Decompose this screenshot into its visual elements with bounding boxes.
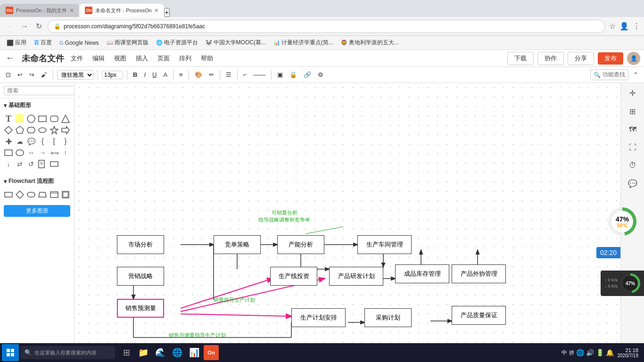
sidebar-search-input[interactable]	[4, 86, 74, 95]
node-rd-plan[interactable]: 产品研发计划	[329, 267, 383, 286]
zoom-fit-button[interactable]: ⊞	[627, 105, 637, 118]
shape-bracket-left[interactable]: [	[50, 137, 59, 146]
node-strategy[interactable]: 竞单策略	[214, 235, 261, 254]
shape-arrows[interactable]: ⟺	[50, 148, 59, 157]
notification-icon[interactable]: 🔔	[606, 349, 614, 356]
collaborate-button[interactable]: 协作	[537, 52, 564, 65]
shape-rect-3[interactable]	[50, 159, 59, 169]
full-screen-button[interactable]: ⛶	[627, 141, 638, 154]
shape-cycle[interactable]: ↺	[26, 159, 36, 169]
shape-cloud[interactable]: ☁	[15, 137, 25, 146]
fit-button[interactable]: ⊡	[4, 70, 13, 79]
menu-help[interactable]: 帮助	[196, 53, 218, 64]
menu-file[interactable]: 文件	[66, 53, 88, 64]
undo-button[interactable]: ↩	[16, 70, 25, 79]
shape-pentagon[interactable]	[15, 125, 25, 135]
menu-button[interactable]: ⋮	[633, 22, 640, 31]
text-align-button[interactable]: ☰	[224, 70, 233, 79]
menu-page[interactable]: 页面	[153, 53, 174, 64]
shape-triangle[interactable]	[61, 114, 70, 123]
line-color-button[interactable]: ✏	[207, 70, 216, 79]
node-marketing[interactable]: 营销战略	[117, 267, 164, 286]
node-purchase-plan[interactable]: 采购计划	[364, 308, 412, 327]
fc-rounded[interactable]	[26, 190, 36, 199]
group-button[interactable]: ▣	[275, 70, 285, 79]
shape-arrow-right[interactable]	[61, 125, 70, 135]
address-bar[interactable]: 🔒 processon.com/diagraming/5f02d7b663768…	[48, 20, 605, 33]
shape-rounded-rect[interactable]	[50, 114, 59, 123]
shape-rect[interactable]	[38, 114, 47, 123]
section-basic-shapes[interactable]: ▾ 基础图形	[0, 99, 74, 112]
node-market-analysis[interactable]: 市场分析	[117, 235, 164, 254]
shape-hexagon[interactable]	[26, 125, 36, 135]
tab-active[interactable]: On 未命名文件 - ProcessOn ×	[79, 4, 164, 17]
font-size-input[interactable]	[102, 71, 123, 79]
compass-button[interactable]: ✛	[627, 87, 637, 99]
taskbar-app-edge[interactable]: 🌊	[153, 345, 168, 360]
history-button[interactable]: ⏱	[627, 159, 638, 172]
paint-button[interactable]: 🖌	[39, 70, 49, 79]
taskbar-app-task-view[interactable]: ⊞	[119, 345, 134, 360]
language-icon[interactable]: 中	[561, 349, 567, 357]
canvas-area[interactable]: 市场分析 竞单策略 产能分析 生产车间管理 营销战略 生产线投资	[74, 83, 620, 353]
shape-sticky[interactable]	[15, 114, 24, 123]
shape-rect-2[interactable]	[4, 148, 13, 157]
shape-arrow-right-2[interactable]: →	[38, 148, 47, 157]
font-selector[interactable]: 微软雅黑	[57, 70, 94, 80]
search-functions[interactable]: 🔍 功能查找	[590, 69, 628, 80]
bookmark-electronic[interactable]: 🌐 电子资源平台	[153, 38, 201, 48]
shape-doc[interactable]	[38, 159, 47, 169]
battery-icon[interactable]: 🔋	[596, 349, 604, 356]
menu-edit[interactable]: 编辑	[88, 53, 109, 64]
taskbar-app-activity[interactable]: 📊	[187, 345, 202, 360]
taskbar-app-chrome[interactable]: 🌐	[170, 345, 185, 360]
fc-diamond[interactable]	[15, 190, 25, 199]
forward-button[interactable]: →	[19, 21, 30, 32]
fc-trapezoid[interactable]	[38, 190, 47, 199]
ime-icon[interactable]: 拼	[569, 349, 574, 356]
bookmark-star-button[interactable]: ☆	[609, 22, 616, 31]
menu-insert[interactable]: 插入	[131, 53, 153, 64]
more-shapes-button[interactable]: 更多图形	[4, 205, 70, 217]
bookmark-baidu[interactable]: 百 百度	[31, 38, 55, 48]
bookmark-google-news[interactable]: G Google News	[57, 39, 102, 47]
node-production-plan[interactable]: 生产计划安排	[291, 308, 346, 327]
refresh-button[interactable]: ↻	[34, 21, 44, 32]
shape-round-rect-2[interactable]	[15, 148, 25, 157]
comment-button[interactable]: 💬	[626, 177, 639, 190]
shape-diamond[interactable]	[4, 125, 13, 135]
user-avatar[interactable]: 👤	[627, 52, 640, 65]
underline-button[interactable]: U	[150, 70, 158, 79]
shape-down-arrow[interactable]: ↓	[4, 159, 13, 169]
user-button[interactable]: 👤	[619, 22, 629, 31]
shape-up-arrow[interactable]: ↑	[61, 148, 70, 157]
fill-color-button[interactable]: 🎨	[193, 70, 204, 79]
menu-view[interactable]: 视图	[109, 53, 131, 64]
bookmark-econometrics[interactable]: 📊 计量经济学重点(简...	[271, 38, 336, 48]
link-button[interactable]: 🔗	[302, 70, 313, 79]
publish-button[interactable]: 发布	[598, 52, 623, 65]
redo-button[interactable]: ↪	[27, 70, 36, 79]
shape-circle[interactable]	[26, 114, 36, 123]
taskbar-app-file[interactable]: 📁	[136, 345, 151, 360]
back-button[interactable]: ←	[4, 21, 15, 32]
more-format-button[interactable]: ⚙	[316, 70, 325, 79]
taskbar-app-processson[interactable]: On	[204, 345, 219, 360]
bookmark-mooc[interactable]: 🐼 中国大学MOOC(慕...	[203, 38, 269, 48]
bookmark-yuketang[interactable]: 📖 雨课堂网页版	[104, 38, 151, 48]
menu-arrange[interactable]: 排列	[174, 53, 196, 64]
section-flowchart[interactable]: ▾ Flowchart 流程图	[0, 174, 74, 188]
shape-brace-right[interactable]: }	[61, 137, 70, 146]
bold-button[interactable]: B	[131, 70, 139, 79]
new-tab-button[interactable]: +	[164, 8, 170, 17]
tab-close-1[interactable]: ×	[70, 7, 74, 14]
taskbar-search[interactable]: 🔍 在这里输入你要搜索的内容	[21, 346, 115, 359]
font-color-button[interactable]: A	[161, 70, 169, 79]
shape-double-arrow[interactable]: ↔	[26, 148, 36, 157]
back-app-button[interactable]: ←	[4, 52, 16, 64]
bookmark-austrian[interactable]: 🦁 奥地利学派的五大...	[338, 38, 402, 48]
connector-button[interactable]: ⌐	[241, 70, 249, 79]
node-production-invest[interactable]: 生产线投资	[270, 267, 317, 286]
shape-cross[interactable]: ✚	[4, 137, 13, 146]
shape-brace-left[interactable]: {	[38, 137, 47, 146]
